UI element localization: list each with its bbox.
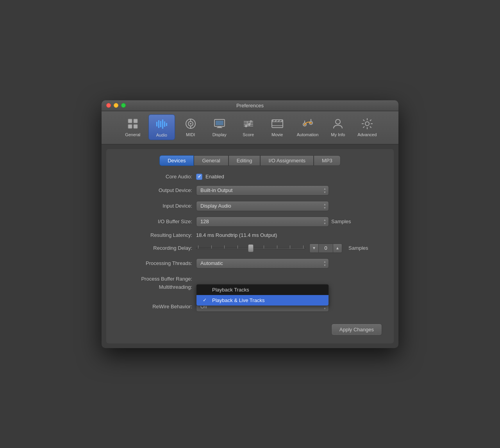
toolbar-display-label: Display <box>212 132 227 137</box>
toolbar-midi[interactable]: MIDI <box>177 114 204 140</box>
core-audio-row: Core Audio: Enabled <box>118 174 382 180</box>
tab-editing[interactable]: Editing <box>229 155 261 166</box>
close-button[interactable] <box>106 103 111 108</box>
resulting-latency-label: Resulting Latency: <box>118 232 196 238</box>
output-device-dropdown[interactable]: Built-in Output <box>196 185 329 196</box>
svg-rect-6 <box>160 121 161 127</box>
core-audio-enabled-text: Enabled <box>205 174 224 180</box>
stepper-down-button[interactable]: ▼ <box>309 244 319 253</box>
window-title: Preferences <box>236 103 264 108</box>
toolbar-general-label: General <box>125 132 140 137</box>
tab-general[interactable]: General <box>194 155 228 166</box>
myinfo-icon <box>331 117 345 131</box>
svg-point-41 <box>310 122 312 124</box>
popup-item-playback-live-tracks-label: Playback & Live Tracks <box>212 297 264 303</box>
slider-thumb[interactable] <box>248 244 254 252</box>
svg-point-43 <box>365 122 369 126</box>
input-device-label: Input Device: <box>118 203 196 209</box>
input-device-dropdown[interactable]: Display Audio <box>196 201 329 211</box>
recording-delay-samples-label: Samples <box>348 245 368 251</box>
slider-tick-1 <box>198 245 198 249</box>
toolbar-advanced[interactable]: Advanced <box>354 114 380 140</box>
maximize-button[interactable] <box>121 103 126 108</box>
recording-delay-stepper: ▼ 0 ▲ <box>309 244 342 253</box>
advanced-icon <box>360 117 374 131</box>
toolbar-general[interactable]: General <box>120 114 146 140</box>
svg-line-49 <box>370 126 371 128</box>
recording-delay-row: Recording Delay: <box>118 244 382 253</box>
stepper-up-button[interactable]: ▲ <box>333 244 342 253</box>
processing-threads-label: Processing Threads: <box>118 260 196 266</box>
toolbar-score[interactable]: Score <box>235 114 262 140</box>
svg-rect-1 <box>134 119 138 123</box>
apply-changes-button[interactable]: Apply Changes <box>331 324 382 336</box>
popup-item-playback-live-tracks[interactable]: ✓ Playback & Live Tracks <box>196 295 329 306</box>
form-area: Core Audio: Enabled Output Device: Built… <box>106 174 394 312</box>
svg-rect-0 <box>128 119 132 123</box>
popup-checkmark-2: ✓ <box>203 297 208 303</box>
svg-point-25 <box>248 123 250 126</box>
toolbar-display[interactable]: Display <box>206 114 233 140</box>
svg-rect-3 <box>134 124 138 128</box>
input-device-dropdown-arrow <box>323 203 326 209</box>
score-icon <box>241 117 255 131</box>
core-audio-checkbox[interactable] <box>196 174 202 180</box>
traffic-lights <box>106 103 126 108</box>
toolbar-myinfo[interactable]: My Info <box>325 114 351 140</box>
recording-delay-slider-container: ▼ 0 ▲ Samples <box>196 244 368 253</box>
io-buffer-size-row: I/O Buffer Size: 128 Samples <box>118 217 382 227</box>
tab-devices[interactable]: Devices <box>159 155 194 166</box>
recording-delay-slider[interactable] <box>196 247 305 249</box>
processing-threads-dropdown[interactable]: Automatic <box>196 258 329 268</box>
toolbar-advanced-label: Advanced <box>357 132 377 137</box>
tab-mp3[interactable]: MP3 <box>314 155 341 166</box>
svg-rect-18 <box>217 127 222 128</box>
toolbar-automation[interactable]: Automation <box>293 114 323 140</box>
io-buffer-size-label: I/O Buffer Size: <box>118 219 196 224</box>
core-audio-checkbox-area: Enabled <box>196 174 224 180</box>
svg-line-50 <box>370 119 371 121</box>
process-buffer-range-label: Process Buffer Range: <box>118 276 196 282</box>
svg-line-51 <box>363 126 364 128</box>
svg-rect-9 <box>166 123 167 126</box>
process-buffer-range-row: Process Buffer Range: Medium <box>118 274 382 284</box>
svg-line-48 <box>363 119 364 121</box>
slider-tick-9 <box>303 245 304 249</box>
io-buffer-size-dropdown[interactable]: 128 <box>196 217 329 227</box>
recording-delay-label: Recording Delay: <box>118 245 196 251</box>
svg-line-27 <box>250 121 252 121</box>
toolbar-midi-label: MIDI <box>186 132 195 137</box>
input-device-row: Input Device: Display Audio <box>118 201 382 211</box>
multithreading-row: Multithreading: Playback Tracks ✓ Playba… <box>118 284 382 290</box>
toolbar-audio[interactable]: Audio <box>148 114 175 140</box>
core-audio-label: Core Audio: <box>118 174 196 180</box>
toolbar: General Audio <box>102 111 398 144</box>
svg-rect-2 <box>128 124 132 128</box>
popup-item-playback-tracks[interactable]: Playback Tracks <box>196 284 329 295</box>
resulting-latency-row: Resulting Latency: 18.4 ms Roundtrip (11… <box>118 232 382 238</box>
multithreading-dropdown-popup: Playback Tracks ✓ Playback & Live Tracks <box>196 284 329 306</box>
svg-rect-5 <box>158 120 159 128</box>
io-buffer-samples-label: Samples <box>331 219 351 224</box>
midi-icon <box>184 117 198 131</box>
output-device-label: Output Device: <box>118 187 196 193</box>
toolbar-movie[interactable]: Movie <box>264 114 291 140</box>
tab-io-assignments[interactable]: I/O Assignments <box>260 155 314 166</box>
svg-rect-29 <box>272 120 283 128</box>
popup-item-playback-tracks-label: Playback Tracks <box>212 287 249 293</box>
svg-point-12 <box>190 123 191 124</box>
toolbar-automation-label: Automation <box>297 132 319 137</box>
slider-tick-4 <box>238 245 238 249</box>
toolbar-movie-label: Movie <box>271 132 283 137</box>
output-device-value: Built-in Output <box>200 187 232 193</box>
input-device-value: Display Audio <box>200 203 231 209</box>
preferences-window: Preferences General <box>102 100 398 348</box>
display-icon <box>212 117 227 131</box>
minimize-button[interactable] <box>114 103 118 108</box>
toolbar-myinfo-label: My Info <box>331 132 345 137</box>
processing-threads-dropdown-arrow <box>323 260 326 267</box>
svg-point-23 <box>245 125 247 127</box>
titlebar: Preferences <box>102 100 398 111</box>
io-buffer-size-dropdown-arrow <box>323 219 326 225</box>
processing-threads-value: Automatic <box>200 260 223 266</box>
